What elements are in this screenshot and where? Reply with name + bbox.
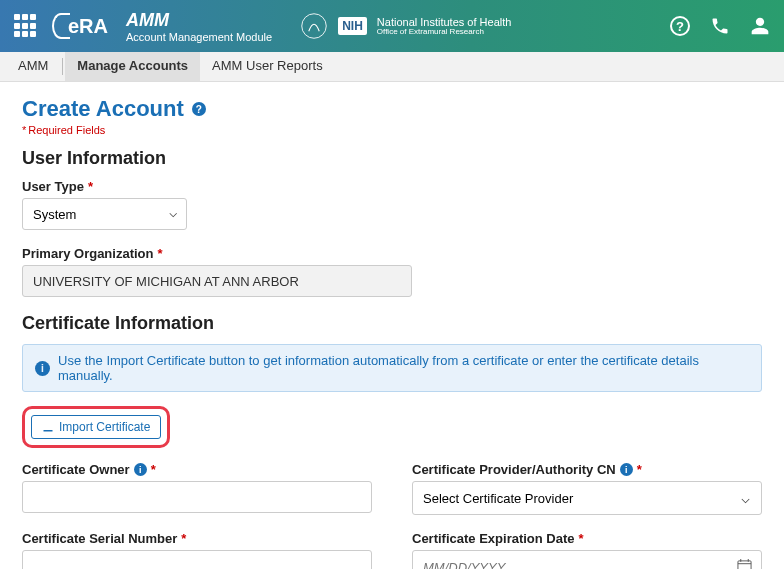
app-title: AMM Account Management Module <box>126 10 272 43</box>
import-certificate-button[interactable]: Import Certificate <box>31 415 161 439</box>
nih-badge: NIH <box>338 17 367 35</box>
era-logo: eRA <box>52 13 108 39</box>
section-cert-info: Certificate Information <box>22 313 762 334</box>
nih-text: National Institutes of Health Office of … <box>377 16 512 37</box>
phone-icon[interactable] <box>710 16 730 36</box>
primary-org-value: UNIVERSITY OF MICHIGAN AT ANN ARBOR <box>22 265 412 297</box>
agency-logos: NIH National Institutes of Health Office… <box>300 12 511 40</box>
svg-text:i: i <box>41 363 44 374</box>
cert-provider-label: Certificate Provider/Authority CN i * <box>412 462 762 477</box>
title-help-icon[interactable]: ? <box>192 102 206 116</box>
cert-owner-label: Certificate Owner i * <box>22 462 372 477</box>
user-type-label: User Type* <box>22 179 762 194</box>
svg-point-0 <box>302 14 327 39</box>
help-icon[interactable]: ? <box>670 16 690 36</box>
apps-grid-icon[interactable] <box>14 14 38 38</box>
cert-serial-label: Certificate Serial Number* <box>22 531 372 546</box>
user-icon[interactable] <box>750 16 770 36</box>
tab-manage-accounts[interactable]: Manage Accounts <box>65 52 200 81</box>
section-user-info: User Information <box>22 148 762 169</box>
hhs-seal-icon <box>300 12 328 40</box>
download-icon <box>42 421 54 433</box>
user-type-select[interactable]: System <box>22 198 187 230</box>
tab-bar: AMM Manage Accounts AMM User Reports <box>0 52 784 82</box>
primary-org-label: Primary Organization* <box>22 246 762 261</box>
cert-provider-select[interactable]: Select Certificate Provider <box>412 481 762 515</box>
page-title: Create Account ? <box>22 96 762 122</box>
cert-exp-input[interactable] <box>412 550 762 569</box>
cert-info-banner: i Use the Import Certificate button to g… <box>22 344 762 392</box>
tab-amm[interactable]: AMM <box>6 52 60 81</box>
tab-user-reports[interactable]: AMM User Reports <box>200 52 335 81</box>
cert-owner-help-icon[interactable]: i <box>134 463 147 476</box>
top-bar: eRA AMM Account Management Module NIH Na… <box>0 0 784 52</box>
content-area: Create Account ? Required Fields User In… <box>0 82 784 569</box>
cert-owner-input[interactable] <box>22 481 372 513</box>
cert-exp-label: Certificate Expiration Date* <box>412 531 762 546</box>
import-highlight-box: Import Certificate <box>22 406 170 448</box>
cert-serial-input[interactable] <box>22 550 372 569</box>
cert-provider-help-icon[interactable]: i <box>620 463 633 476</box>
required-note: Required Fields <box>22 124 762 136</box>
info-icon: i <box>35 361 50 376</box>
